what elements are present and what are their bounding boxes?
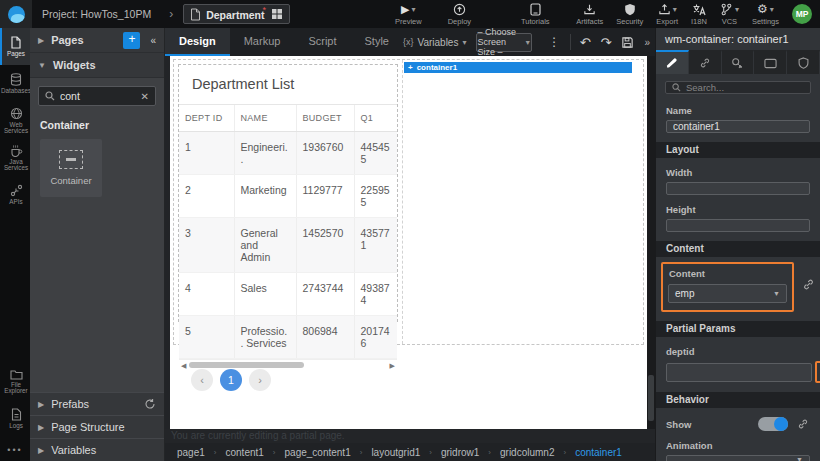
deptid-input[interactable] xyxy=(666,363,812,382)
scroll-right-icon[interactable]: ▶ xyxy=(390,360,395,371)
vcs-button[interactable]: ▾ VCS xyxy=(720,3,739,26)
properties-search-box[interactable]: Search... xyxy=(665,81,811,94)
redo-button[interactable]: ↷ xyxy=(596,35,617,50)
animation-label: Animation xyxy=(666,440,810,451)
widget-search-input[interactable] xyxy=(60,90,136,102)
rail-overflow-dots-icon[interactable]: ••• xyxy=(0,437,30,461)
chevron-down-icon[interactable]: ▾ xyxy=(673,5,677,14)
breadcrumb-item[interactable]: gridrow1 xyxy=(441,447,479,458)
chevron-down-icon[interactable]: ▾ xyxy=(735,5,739,14)
breadcrumb-item-current[interactable]: container1 xyxy=(575,447,622,458)
properties-panel-title: wm-container: container1 xyxy=(656,28,820,50)
current-page-selector[interactable]: Department* xyxy=(183,4,290,24)
bind-content-icon[interactable] xyxy=(801,277,816,292)
top-bar: Project: HowTos_10PM › Department* ▶▾ Pr… xyxy=(0,0,820,28)
breadcrumb-item[interactable]: page_content1 xyxy=(285,447,351,458)
wavemaker-logo[interactable] xyxy=(0,0,32,28)
next-page-button[interactable]: › xyxy=(249,369,271,391)
security-button[interactable]: Security xyxy=(616,3,643,26)
collapse-panel-icon[interactable]: « xyxy=(150,35,156,46)
scroll-left-icon[interactable]: ◀ xyxy=(181,360,186,371)
column-header[interactable]: DEPT ID xyxy=(179,105,234,132)
canvas-vertical-scrollbar[interactable] xyxy=(647,56,655,429)
caret-right-icon: ▶ xyxy=(38,36,44,45)
rail-item-web-services[interactable]: Web Services xyxy=(0,102,30,139)
user-avatar[interactable]: MP xyxy=(792,4,812,24)
layout-gridrow[interactable]: Department List DEPT ID NAME BUDGET xyxy=(173,59,644,345)
breadcrumb-item[interactable]: gridcolumn2 xyxy=(500,447,554,458)
rail-item-java-services[interactable]: Java Services xyxy=(0,139,30,176)
height-input[interactable] xyxy=(666,219,810,232)
partial-params-section-header: Partial Params xyxy=(656,321,820,337)
bind-show-icon[interactable] xyxy=(796,417,810,431)
add-page-button[interactable]: + xyxy=(123,32,140,49)
column-header[interactable]: BUDGET xyxy=(296,105,354,132)
pages-icon xyxy=(10,36,22,49)
prev-page-button[interactable]: ‹ xyxy=(191,369,213,391)
rail-item-pages[interactable]: Pages xyxy=(0,28,30,65)
rail-item-apis[interactable]: APIs xyxy=(0,176,30,213)
collapse-right-panel-icon[interactable]: » xyxy=(639,37,655,48)
pages-section-header[interactable]: ▶ Pages + « xyxy=(30,28,164,53)
show-toggle[interactable] xyxy=(758,417,788,431)
deploy-button[interactable]: Deploy xyxy=(448,3,471,26)
gridcolumn1[interactable]: Department List DEPT ID NAME BUDGET xyxy=(174,60,403,344)
tab-devices[interactable] xyxy=(754,50,787,74)
rail-item-logs[interactable]: Logs xyxy=(0,400,30,437)
table-row[interactable]: 1Engineeri..1936760445455 xyxy=(179,132,397,175)
container-widget-tile[interactable]: Container xyxy=(40,139,102,197)
chevron-down-icon[interactable]: ▾ xyxy=(770,5,774,14)
column-header[interactable]: Q1 xyxy=(354,105,397,132)
link-icon xyxy=(699,57,711,69)
clear-search-icon[interactable]: ✕ xyxy=(141,91,149,102)
more-options-icon[interactable]: ⋮ xyxy=(542,35,566,49)
table-row[interactable]: 4Sales2743744493874 xyxy=(179,273,397,316)
tutorials-button[interactable]: Tutorials xyxy=(521,3,549,26)
gridcolumn2[interactable]: + container1 xyxy=(403,60,643,344)
variables-button[interactable]: {x} Variables ▾ xyxy=(403,37,466,48)
screen-size-select[interactable]: – Choose Screen Size –▼ xyxy=(476,33,532,52)
table-row[interactable]: 2Marketing1129777225955 xyxy=(179,175,397,218)
tab-bindings[interactable] xyxy=(689,50,722,74)
chevron-down-icon[interactable]: ▾ xyxy=(412,5,416,14)
content-select[interactable]: emp▼ xyxy=(668,284,787,303)
i18n-button[interactable]: I18N xyxy=(691,3,707,26)
tab-design[interactable]: Design xyxy=(165,28,230,56)
animation-select[interactable]: ▼ xyxy=(666,455,810,461)
export-button[interactable]: ▾ Export xyxy=(656,3,678,26)
tab-script[interactable]: Script xyxy=(294,28,350,56)
current-page-button[interactable]: 1 xyxy=(220,369,242,391)
scrollbar-thumb[interactable] xyxy=(648,375,654,421)
tab-properties[interactable] xyxy=(656,50,689,74)
refresh-icon[interactable] xyxy=(144,398,156,410)
tab-security[interactable] xyxy=(787,50,820,74)
undo-button[interactable]: ↶ xyxy=(575,35,596,50)
table-row[interactable]: 5Professio.. Services806984201746 xyxy=(179,316,397,359)
preview-button[interactable]: ▶▾ Preview xyxy=(395,3,422,26)
save-button[interactable] xyxy=(616,36,639,49)
selected-container-header[interactable]: + container1 xyxy=(404,62,632,73)
variables-section-header[interactable]: ▶ Variables xyxy=(30,438,164,461)
scrollbar-thumb[interactable] xyxy=(189,362,304,368)
widget-search-box[interactable]: ✕ xyxy=(38,86,156,106)
prefabs-section-header[interactable]: ▶ Prefabs xyxy=(30,392,164,415)
column-header[interactable]: NAME xyxy=(234,105,296,132)
rail-item-file-explorer[interactable]: File Explorer xyxy=(0,363,30,400)
widgets-section-header[interactable]: ▼ Widgets xyxy=(30,53,164,78)
data-table-widget[interactable]: Department List DEPT ID NAME BUDGET xyxy=(178,64,398,322)
breadcrumb-item[interactable]: content1 xyxy=(225,447,263,458)
settings-button[interactable]: ⚙▾ Settings xyxy=(752,3,779,26)
horizontal-scrollbar[interactable]: ◀ ▶ xyxy=(179,359,397,360)
tab-style[interactable]: Style xyxy=(351,28,403,56)
breadcrumb-item[interactable]: layoutgrid1 xyxy=(371,447,420,458)
tab-markup[interactable]: Markup xyxy=(230,28,295,56)
table-row[interactable]: 3General and Admin1452570435771 xyxy=(179,218,397,273)
name-input[interactable] xyxy=(666,120,810,133)
page-structure-section-header[interactable]: ▶ Page Structure xyxy=(30,415,164,438)
artifacts-button[interactable]: Artifacts xyxy=(576,3,603,26)
width-input[interactable] xyxy=(666,182,810,195)
breadcrumb-item[interactable]: page1 xyxy=(177,447,205,458)
rail-item-databases[interactable]: Databases xyxy=(0,65,30,102)
grid-icon[interactable] xyxy=(271,8,283,20)
tab-events[interactable] xyxy=(722,50,755,74)
